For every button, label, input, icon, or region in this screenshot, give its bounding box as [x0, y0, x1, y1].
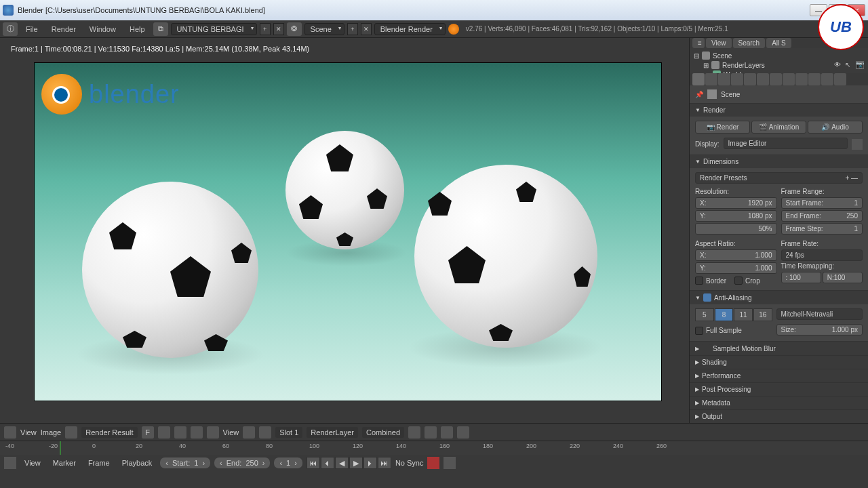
image-dropdown[interactable]: Render Result — [81, 427, 137, 438]
tab-physics[interactable] — [834, 73, 846, 85]
render-presets-dropdown[interactable]: Render Presets+ — — [695, 172, 863, 184]
f-button[interactable]: F — [142, 426, 154, 439]
aa-samples[interactable]: 581116 — [695, 308, 772, 321]
tab-layers[interactable] — [705, 73, 717, 85]
editor-type-icon[interactable]: ⓘ — [3, 22, 18, 36]
menu-help[interactable]: Help — [124, 25, 151, 33]
outliner-view[interactable]: View — [706, 38, 732, 48]
start-field[interactable]: ‹ Start: 1 › — [160, 458, 210, 468]
panel-postprocessing[interactable]: Post Processing — [690, 383, 868, 396]
tab-world[interactable] — [731, 73, 743, 85]
cursor-icon[interactable]: ↖ — [845, 61, 854, 70]
full-sample-checkbox[interactable] — [695, 327, 703, 335]
scene-icon[interactable]: ❂ — [287, 22, 302, 36]
outliner-search[interactable]: Search — [733, 38, 766, 48]
play-icon[interactable]: ▶ — [349, 457, 363, 469]
slot-dropdown[interactable]: Slot 1 — [275, 427, 302, 438]
jump-start-icon[interactable]: ⏮ — [307, 457, 320, 469]
aa-filter-dropdown[interactable]: Mitchell-Netravali — [776, 308, 863, 320]
tl-frame[interactable]: Frame — [84, 459, 114, 467]
add-scene-button[interactable]: + — [347, 23, 358, 35]
tl-playback[interactable]: Playback — [118, 459, 157, 467]
timeline-ruler[interactable]: -40-200204060801001201401601802002202402… — [0, 441, 868, 455]
aspect-y-field[interactable]: Y:1.000 — [695, 262, 777, 274]
outliner[interactable]: ⊟Scene ⊞RenderLayers World ⊞Camera 👁↖📷 — [690, 48, 868, 73]
editor-type-icon[interactable] — [4, 457, 16, 469]
jump-end-icon[interactable]: ⏭ — [378, 457, 391, 469]
keyframe-prev-icon[interactable]: ⏴ — [321, 457, 334, 469]
play-reverse-icon[interactable]: ◀ — [335, 457, 349, 469]
tab-render[interactable] — [692, 73, 705, 85]
tab-scene[interactable] — [718, 73, 730, 85]
menu-render[interactable]: Render — [46, 25, 81, 33]
aspect-x-field[interactable]: X:1.000 — [695, 249, 777, 261]
tab-particles[interactable] — [821, 73, 833, 85]
tl-view[interactable]: View — [20, 459, 45, 467]
autokey-icon[interactable] — [427, 457, 439, 469]
border-checkbox[interactable] — [695, 277, 703, 285]
layer-dropdown[interactable]: RenderLayer — [307, 427, 358, 438]
gpencil-icon[interactable] — [457, 426, 469, 439]
engine-dropdown[interactable]: Blender Render — [374, 23, 446, 35]
eye-icon[interactable]: 👁 — [834, 61, 844, 70]
panel-shading[interactable]: Shading — [690, 356, 868, 369]
scopes-icon[interactable] — [441, 426, 453, 439]
tremap-new[interactable]: N:100 — [823, 272, 863, 283]
img-view-menu[interactable]: View — [223, 428, 239, 436]
keying-set-icon[interactable] — [443, 457, 456, 469]
outliner-filter[interactable]: All S — [766, 38, 791, 48]
tab-data[interactable] — [783, 73, 795, 85]
img-menu-view[interactable]: View — [20, 428, 37, 436]
zbuf-icon[interactable] — [259, 426, 271, 439]
panel-aa-header[interactable]: Anti-Aliasing — [690, 291, 868, 304]
keyframe-next-icon[interactable]: ⏵ — [363, 457, 377, 469]
panel-motion-blur[interactable]: Sampled Motion Blur — [690, 342, 868, 355]
mask-icon[interactable] — [207, 426, 219, 439]
screen-layout-dropdown[interactable]: UNTUNG BERBAGI — [171, 23, 257, 35]
uv-icon[interactable] — [191, 426, 203, 439]
crop-checkbox[interactable] — [734, 277, 743, 285]
next-icon[interactable] — [425, 426, 437, 439]
panel-output[interactable]: Output — [690, 410, 868, 423]
display-dropdown[interactable]: Image Editor — [724, 138, 848, 149]
pass-dropdown[interactable]: Combined — [362, 427, 404, 438]
end-frame-field[interactable]: End Frame:250 — [781, 210, 863, 222]
tl-marker[interactable]: Marker — [49, 459, 80, 467]
tab-material[interactable] — [795, 73, 808, 85]
aa-size-field[interactable]: Size:1.000 px — [776, 324, 863, 336]
panel-render-header[interactable]: Render — [690, 104, 868, 117]
editor-type-icon[interactable] — [4, 426, 16, 439]
frame-step-field[interactable]: Frame Step:1 — [781, 223, 863, 235]
res-y-field[interactable]: Y:1080 px — [695, 210, 777, 222]
menu-file[interactable]: File — [20, 25, 43, 33]
current-frame-field[interactable]: ‹ 1 › — [274, 458, 302, 468]
tab-constraints[interactable] — [757, 73, 769, 85]
res-pct-field[interactable]: 50% — [695, 223, 777, 235]
end-field[interactable]: ‹ End: 250 › — [214, 458, 270, 468]
fps-dropdown[interactable]: 24 fps — [781, 249, 863, 261]
img-menu-image[interactable]: Image — [41, 428, 62, 436]
lock-icon[interactable] — [852, 139, 863, 150]
animation-button[interactable]: 🎬 Animation — [751, 121, 806, 134]
tab-modifiers[interactable] — [770, 73, 782, 85]
render-canvas[interactable]: blender — [34, 62, 662, 401]
pin-icon[interactable] — [174, 426, 186, 439]
tab-texture[interactable] — [808, 73, 821, 85]
delete-layout-button[interactable]: ✕ — [273, 23, 284, 35]
audio-button[interactable]: 🔊 Audio — [808, 121, 863, 134]
x-button[interactable] — [158, 426, 170, 439]
camera-icon[interactable]: 📷 — [856, 61, 865, 70]
timeline-cursor[interactable] — [60, 441, 61, 455]
res-x-field[interactable]: X:1920 px — [695, 197, 777, 209]
delete-scene-button[interactable]: ✕ — [361, 23, 372, 35]
menu-window[interactable]: Window — [84, 25, 121, 33]
back-to-prev-icon[interactable]: ⧉ — [153, 22, 168, 36]
channels-icon[interactable] — [243, 426, 255, 439]
panel-metadata[interactable]: Metadata — [690, 396, 868, 409]
image-icon[interactable] — [65, 426, 77, 439]
scene-dropdown[interactable]: Scene — [304, 23, 344, 35]
start-frame-field[interactable]: Start Frame:1 — [781, 197, 863, 209]
panel-performance[interactable]: Performance — [690, 369, 868, 382]
sync-dropdown[interactable]: No Sync — [395, 459, 424, 467]
tab-object[interactable] — [744, 73, 756, 85]
